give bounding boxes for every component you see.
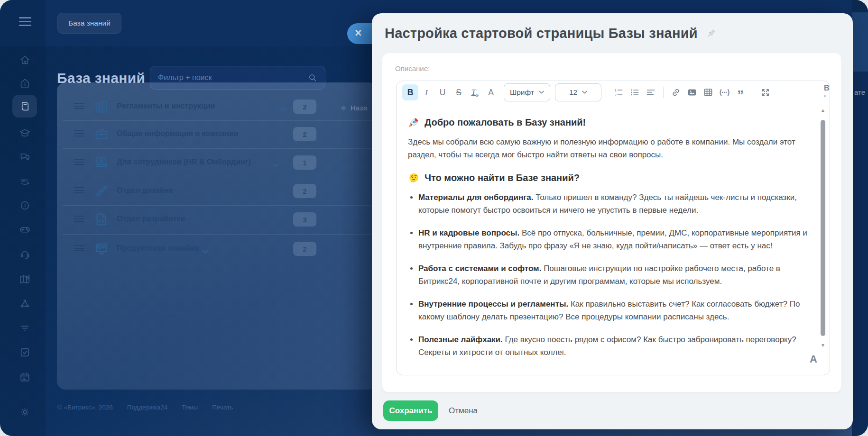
gamepad-icon [19, 224, 31, 236]
sidebar-item-games[interactable] [16, 221, 33, 238]
description-label: Описание: [395, 64, 430, 73]
bullet-item: Полезные лайфхаки. Где вкусно поесть ряд… [418, 333, 817, 359]
insert-image-button[interactable] [684, 84, 700, 100]
insert-link-button[interactable] [668, 84, 684, 100]
rocket-emoji-icon [408, 117, 420, 128]
section-row[interactable]: Отдел дизайна 2 [57, 179, 377, 203]
section-row[interactable]: Для сотрудников (HR & Онбординг) 1 [57, 151, 377, 174]
settings-slider: Настройка стартовой страницы Базы знаний… [372, 13, 853, 429]
sidebar-item-signal[interactable] [16, 319, 33, 336]
chevron-down-icon[interactable] [273, 161, 279, 165]
scrollbar-thumb[interactable] [821, 120, 825, 336]
regulations-doc-icon [94, 99, 109, 114]
clear-format-button[interactable]: Tx [467, 84, 483, 100]
drag-handle-icon[interactable] [74, 245, 84, 253]
section-count-badge: 2 [293, 127, 316, 141]
breadcrumb-chip[interactable]: База знаний [57, 13, 121, 34]
print-link[interactable]: Печать [212, 404, 233, 412]
pin-icon[interactable] [705, 27, 717, 40]
bullet-item: Работа с системами и софтом. Пошаговые и… [418, 262, 817, 288]
monitor-icon [94, 241, 109, 256]
calendar-icon [19, 371, 31, 383]
editor-content[interactable]: Добро пожаловать в Базу знаний! Здесь мы… [397, 104, 817, 375]
editor-scrollbar[interactable]: ▲ ▼ [820, 108, 826, 368]
font-size-dropdown[interactable]: 12 [555, 83, 601, 101]
editor-toolbar: B I U S Tx A Шрифт 12 12 [397, 81, 830, 104]
search-icon[interactable] [308, 73, 317, 82]
content-heading-welcome: Добро пожаловать в Базу знаний! [408, 116, 817, 129]
sidebar-item-chats[interactable] [16, 148, 33, 165]
section-count-badge: 2 [293, 184, 316, 198]
content-paragraph: Здесь мы собрали всю самую важную и поле… [408, 136, 810, 161]
sidebar-item-feedback-360[interactable]: 360 [16, 173, 33, 190]
sidebar-item-support[interactable] [16, 245, 33, 263]
italic-button[interactable]: I [418, 84, 434, 100]
font-color-button[interactable]: A [483, 84, 499, 100]
sidebar-item-settings[interactable] [16, 403, 33, 420]
footer-links: © «Битрикс», 2026 Поддержка24 Темы Печат… [57, 404, 233, 412]
svg-text:1: 1 [24, 203, 26, 208]
themes-link[interactable]: Темы [182, 404, 198, 412]
sidebar-item-tasks[interactable] [16, 344, 33, 361]
cancel-button[interactable]: Отмена [449, 400, 478, 421]
clipped-toolbar-button[interactable]: Bo [824, 85, 830, 99]
section-label: Отдел дизайна [117, 186, 173, 195]
content-bullet-list: Материалы для онбординга. Только пришел … [408, 191, 817, 359]
sidebar-item-knowledge-base[interactable] [12, 95, 37, 118]
fullscreen-button[interactable] [757, 84, 774, 100]
network-dots-icon [19, 298, 31, 310]
sidebar-item-calendar[interactable] [16, 368, 33, 385]
insert-table-button[interactable] [700, 84, 716, 100]
rich-text-editor[interactable]: B I U S Tx A Шрифт 12 12 [396, 81, 830, 375]
chevron-down-icon[interactable] [202, 247, 208, 252]
background-right-edge: ате [852, 0, 868, 436]
target-icon: 1 [19, 200, 31, 211]
svg-text:1: 1 [615, 88, 617, 92]
drag-handle-icon[interactable] [74, 159, 84, 167]
sidebar-item-company-info[interactable] [16, 74, 33, 91]
sidebar-item-network[interactable] [16, 295, 33, 312]
text-size-button[interactable]: A [810, 353, 817, 365]
check-square-icon [19, 346, 31, 358]
gear-icon [19, 406, 31, 418]
app-screen: База знаний 360 1 База знаний Регламенты… [0, 0, 868, 436]
sidebar-item-goals[interactable]: 1 [16, 197, 33, 214]
chevron-down-icon [539, 91, 544, 94]
sidebar-item-education[interactable] [16, 124, 33, 141]
underline-button[interactable]: U [434, 84, 451, 100]
align-left-button[interactable] [643, 84, 659, 100]
bold-button[interactable]: B [402, 84, 418, 100]
chevron-down-icon[interactable] [280, 105, 286, 109]
section-row[interactable]: Отдел разработки 3 [57, 208, 377, 231]
drag-handle-icon[interactable] [74, 130, 84, 138]
360-icon: 360 [19, 176, 31, 188]
sidebar-item-map[interactable] [16, 271, 33, 288]
section-label: Для сотрудников (HR & Онбординг) [117, 158, 251, 166]
quote-button[interactable]: ” [732, 82, 748, 103]
section-row[interactable]: Общая информация о компании 2 [57, 122, 377, 146]
drag-handle-icon[interactable] [74, 103, 84, 111]
sidebar-item-home[interactable] [16, 51, 33, 68]
search-input[interactable] [150, 73, 308, 82]
sidebar: 360 1 [0, 0, 46, 436]
slider-title: Настройка стартовой страницы Базы знаний [385, 26, 717, 41]
copyright-text: © «Битрикс», 2026 [57, 404, 113, 412]
insert-code-button[interactable]: ⟨···⟩ [716, 84, 732, 100]
scroll-down-icon[interactable]: ▼ [820, 343, 826, 348]
drag-handle-icon[interactable] [74, 216, 84, 224]
section-row[interactable]: Регламенты и инструкции 2 [57, 95, 377, 118]
ordered-list-button[interactable]: 12 [610, 84, 627, 100]
scroll-up-icon[interactable]: ▲ [820, 108, 826, 113]
settings-gear-icon [340, 104, 347, 112]
save-button[interactable]: Сохранить [383, 400, 438, 421]
support-link[interactable]: Поддержка24 [127, 404, 167, 412]
chat-bubbles-icon [19, 151, 31, 163]
strikethrough-button[interactable]: S [451, 84, 467, 100]
bullet-item: Материалы для онбординга. Только пришел … [418, 191, 817, 217]
section-count-badge: 3 [293, 212, 316, 227]
bullet-list-button[interactable] [627, 84, 643, 100]
section-row[interactable]: Продуктовая линейка 2 [57, 237, 377, 261]
font-family-dropdown[interactable]: Шрифт [504, 83, 550, 101]
bullet-item: HR и кадровые вопросы. Всё про отпуска, … [418, 227, 817, 252]
drag-handle-icon[interactable] [74, 187, 84, 195]
